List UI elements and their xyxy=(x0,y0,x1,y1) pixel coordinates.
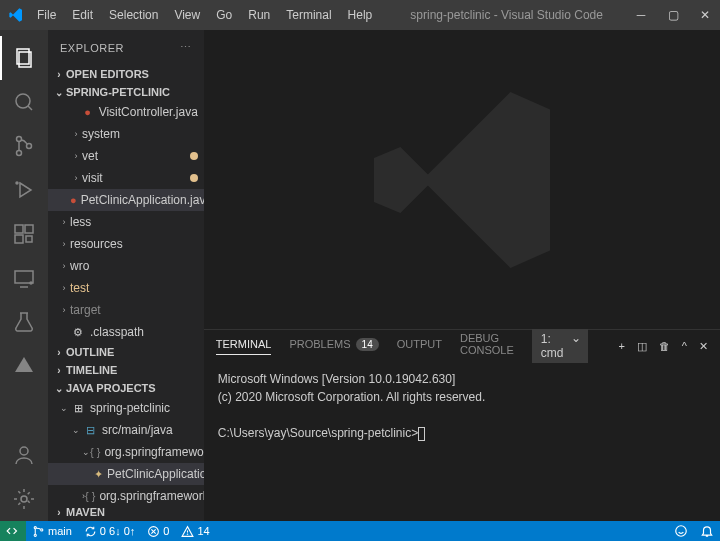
terminal-selector[interactable]: 1: cmd xyxy=(532,329,589,363)
status-sync[interactable]: 0 6↓ 0↑ xyxy=(78,525,141,538)
activity-explorer-icon[interactable] xyxy=(0,36,48,80)
section-java-projects[interactable]: ⌄JAVA PROJECTS xyxy=(48,379,204,397)
menu-edit[interactable]: Edit xyxy=(65,4,100,26)
svg-line-3 xyxy=(28,106,32,110)
file-item[interactable]: ›test xyxy=(48,277,204,299)
svg-rect-9 xyxy=(15,225,23,233)
java-item[interactable]: ⌄⊟src/main/java xyxy=(48,419,204,441)
svg-point-22 xyxy=(41,528,43,530)
file-item[interactable]: ›visit xyxy=(48,167,204,189)
status-notifications-icon[interactable] xyxy=(694,524,720,538)
menu-selection[interactable]: Selection xyxy=(102,4,165,26)
activity-account-icon[interactable] xyxy=(0,433,48,477)
file-item[interactable]: ›target xyxy=(48,299,204,321)
svg-marker-17 xyxy=(15,357,33,372)
vscode-logo-icon xyxy=(8,7,24,23)
activity-search-icon[interactable] xyxy=(0,80,48,124)
close-panel-icon[interactable]: ✕ xyxy=(699,340,708,353)
status-errors[interactable]: 0 xyxy=(141,525,175,538)
menu-run[interactable]: Run xyxy=(241,4,277,26)
file-item[interactable]: ›system xyxy=(48,123,204,145)
menu-file[interactable]: File xyxy=(30,4,63,26)
status-warnings[interactable]: 14 xyxy=(175,525,215,538)
sidebar: EXPLORER ⋯ ›OPEN EDITORS ⌄SPRING-PETCLIN… xyxy=(48,30,204,521)
svg-rect-13 xyxy=(15,271,33,283)
file-item[interactable]: ›wro xyxy=(48,255,204,277)
close-button[interactable]: ✕ xyxy=(698,8,712,22)
java-item[interactable]: ›{ }org.springframework.sample... xyxy=(48,485,204,503)
status-feedback-icon[interactable] xyxy=(668,524,694,538)
section-maven[interactable]: ›MAVEN xyxy=(48,503,204,521)
status-branch[interactable]: main xyxy=(26,525,78,538)
svg-marker-7 xyxy=(20,183,31,197)
file-item[interactable]: ›resources xyxy=(48,233,204,255)
file-tree: ●VisitController.java›system›vet›visit●P… xyxy=(48,101,204,343)
kill-terminal-icon[interactable]: 🗑 xyxy=(659,340,670,353)
menu-terminal[interactable]: Terminal xyxy=(279,4,338,26)
panel-tabs: TERMINAL PROBLEMS14 OUTPUT DEBUG CONSOLE… xyxy=(204,330,720,362)
file-item[interactable]: ›vet xyxy=(48,145,204,167)
vscode-watermark-icon xyxy=(352,70,572,290)
file-item[interactable]: ●PetClinicApplication.java xyxy=(48,189,204,211)
svg-point-27 xyxy=(188,533,189,534)
tab-problems[interactable]: PROBLEMS14 xyxy=(289,338,378,355)
file-item[interactable]: ⚙.classpath xyxy=(48,321,204,343)
explorer-actions-icon[interactable]: ⋯ xyxy=(180,41,192,54)
bottom-panel: TERMINAL PROBLEMS14 OUTPUT DEBUG CONSOLE… xyxy=(204,329,720,521)
maximize-panel-icon[interactable]: ^ xyxy=(682,340,687,353)
svg-point-19 xyxy=(21,496,27,502)
explorer-label: EXPLORER xyxy=(60,42,124,54)
statusbar: main 0 6↓ 0↑ 0 14 xyxy=(0,521,720,541)
svg-point-2 xyxy=(16,94,30,108)
panel-actions: + ◫ 🗑 ^ ✕ xyxy=(618,340,708,353)
section-open-editors[interactable]: ›OPEN EDITORS xyxy=(48,65,204,83)
svg-rect-12 xyxy=(26,236,32,242)
activity-scm-icon[interactable] xyxy=(0,124,48,168)
section-timeline[interactable]: ›TIMELINE xyxy=(48,361,204,379)
java-item[interactable]: ⌄⊞spring-petclinic xyxy=(48,397,204,419)
editor-empty-state xyxy=(204,30,720,329)
svg-point-20 xyxy=(34,526,36,528)
java-item[interactable]: ⌄{ }org.springframework.sample... xyxy=(48,441,204,463)
terminal-body[interactable]: Microsoft Windows [Version 10.0.19042.63… xyxy=(204,362,720,521)
svg-point-28 xyxy=(676,526,687,537)
section-project[interactable]: ⌄SPRING-PETCLINIC xyxy=(48,83,204,101)
tab-debug-console[interactable]: DEBUG CONSOLE xyxy=(460,332,514,360)
sidebar-header: EXPLORER ⋯ xyxy=(48,30,204,65)
activity-settings-icon[interactable] xyxy=(0,477,48,521)
activity-testing-icon[interactable] xyxy=(0,300,48,344)
svg-point-21 xyxy=(34,534,36,536)
problems-badge: 14 xyxy=(356,338,379,351)
activity-debug-icon[interactable] xyxy=(0,168,48,212)
activity-remote-icon[interactable] xyxy=(0,256,48,300)
activity-extensions-icon[interactable] xyxy=(0,212,48,256)
menu-go[interactable]: Go xyxy=(209,4,239,26)
maximize-button[interactable]: ▢ xyxy=(666,8,680,22)
split-terminal-icon[interactable]: ◫ xyxy=(637,340,647,353)
status-remote-icon[interactable] xyxy=(0,521,26,541)
svg-point-15 xyxy=(30,282,32,284)
section-outline[interactable]: ›OUTLINE xyxy=(48,343,204,361)
svg-rect-10 xyxy=(25,225,33,233)
menu-help[interactable]: Help xyxy=(341,4,380,26)
minimize-button[interactable]: ─ xyxy=(634,8,648,22)
java-item[interactable]: ✦PetClinicApplication xyxy=(48,463,204,485)
svg-point-18 xyxy=(20,447,28,455)
tab-terminal[interactable]: TERMINAL xyxy=(216,338,272,355)
svg-rect-11 xyxy=(15,235,23,243)
activity-java-icon[interactable] xyxy=(0,344,48,388)
menu-view[interactable]: View xyxy=(167,4,207,26)
window-title: spring-petclinic - Visual Studio Code xyxy=(379,8,634,22)
svg-point-5 xyxy=(17,151,22,156)
svg-point-8 xyxy=(16,182,18,184)
tab-output[interactable]: OUTPUT xyxy=(397,338,442,354)
editor-area: TERMINAL PROBLEMS14 OUTPUT DEBUG CONSOLE… xyxy=(204,30,720,521)
svg-point-4 xyxy=(17,137,22,142)
svg-point-6 xyxy=(27,144,32,149)
titlebar: FileEditSelectionViewGoRunTerminalHelp s… xyxy=(0,0,720,30)
new-terminal-icon[interactable]: + xyxy=(618,340,624,353)
activity-bar xyxy=(0,30,48,521)
menu-bar: FileEditSelectionViewGoRunTerminalHelp xyxy=(30,4,379,26)
file-item[interactable]: ●VisitController.java xyxy=(48,101,204,123)
file-item[interactable]: ›less xyxy=(48,211,204,233)
